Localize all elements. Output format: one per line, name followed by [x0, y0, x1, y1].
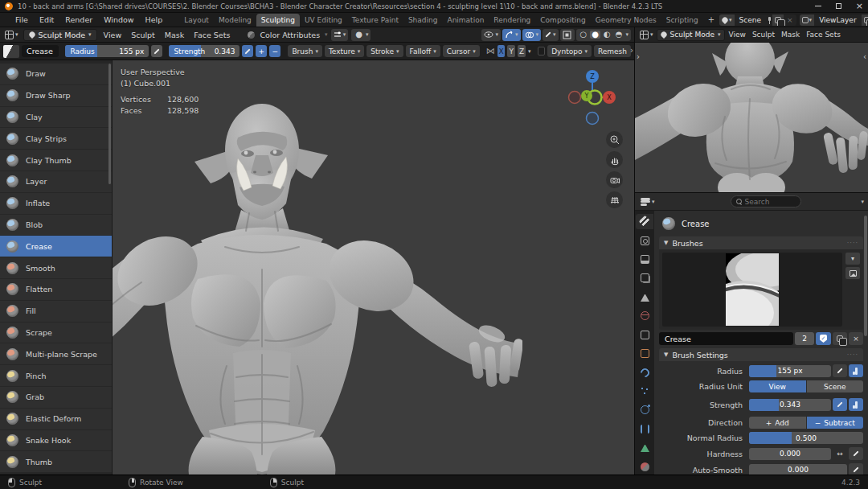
brush-name-field[interactable]: Crease: [659, 332, 793, 345]
scene-selector[interactable]: ▾ Scene ×: [719, 14, 796, 26]
sidebar-toggle-arrow[interactable]: ‹: [863, 52, 866, 61]
falloff-dropdown[interactable]: Falloff▾: [406, 45, 440, 57]
brush-grab[interactable]: Grab: [0, 387, 112, 409]
panel-grip-icon[interactable]: ····: [847, 240, 858, 247]
xray-toggle[interactable]: [560, 29, 575, 41]
direction-subtract-button[interactable]: −: [269, 45, 280, 57]
add-workspace-button[interactable]: +: [703, 14, 719, 27]
properties-scrollbar[interactable]: [864, 216, 867, 336]
texture-dropdown[interactable]: Texture▾: [325, 45, 364, 57]
asset-display-icon[interactable]: [845, 267, 860, 279]
mode-selector[interactable]: Sculpt Mode▾: [23, 29, 97, 41]
tab-uv-editing[interactable]: UV Editing: [300, 14, 347, 27]
auto-smooth-slider[interactable]: 0.000: [749, 464, 847, 475]
shading-material-button[interactable]: ◐: [602, 31, 612, 39]
radius-unit-view-button[interactable]: View: [749, 380, 806, 392]
viewlayer-name[interactable]: ViewLayer: [814, 16, 861, 24]
gizmos-toggle[interactable]: ▾: [502, 29, 521, 41]
shading-dropdown[interactable]: ▾: [625, 31, 628, 38]
brush-multiplane-scrape[interactable]: Multi-plane Scrape: [0, 343, 112, 365]
tab-modifiers[interactable]: [636, 364, 653, 380]
radius-pressure-button[interactable]: [151, 45, 162, 57]
zoom-button[interactable]: [606, 131, 623, 148]
unlink-brush-button[interactable]: ×: [849, 332, 863, 345]
radius-slider[interactable]: 155 px: [749, 365, 831, 377]
tab-compositing[interactable]: Compositing: [535, 14, 590, 27]
brush-draw[interactable]: Draw: [0, 64, 112, 85]
camera-view-button[interactable]: [606, 171, 623, 188]
minimize-button[interactable]: [815, 6, 821, 6]
strength-pressure-button[interactable]: [833, 398, 847, 411]
brush-preview-button[interactable]: [3, 45, 19, 58]
normal-radius-slider[interactable]: 0.500: [749, 432, 863, 444]
tab-object-data[interactable]: [636, 440, 653, 455]
tab-sculpting[interactable]: Sculpting: [256, 14, 300, 27]
hardness-invert-button[interactable]: ↔: [833, 447, 847, 460]
menu-sculpt[interactable]: Sculpt: [750, 31, 777, 39]
dyntopo-checkbox[interactable]: [538, 47, 545, 55]
auto-smooth-pressure-button[interactable]: [849, 463, 863, 475]
unlink-scene-icon[interactable]: ×: [784, 16, 796, 24]
tab-texture-paint[interactable]: Texture Paint: [347, 14, 403, 27]
tab-output[interactable]: [636, 252, 653, 267]
cursor-dropdown[interactable]: Cursor▾: [443, 45, 480, 57]
shading-rendered-button[interactable]: ◓: [614, 31, 624, 39]
grease-pencil-dropdown[interactable]: ●▾: [351, 29, 371, 41]
tab-particles[interactable]: [636, 384, 653, 399]
toolbar-scrollbar[interactable]: [108, 64, 111, 184]
pan-hand-button[interactable]: [606, 151, 623, 168]
brush-draw-sharp[interactable]: Draw Sharp: [0, 85, 112, 107]
menu-help[interactable]: Help: [140, 13, 169, 27]
secondary-3d-viewport[interactable]: › ‹: [635, 43, 868, 193]
fake-user-shield-button[interactable]: ✓: [816, 332, 831, 345]
brush-clay-thumb[interactable]: Clay Thumb: [0, 150, 112, 171]
tab-geometry-nodes[interactable]: Geometry Nodes: [591, 14, 661, 27]
radius-tablet-button[interactable]: [849, 364, 863, 377]
menu-view[interactable]: View: [100, 31, 125, 39]
brush-snake-hook[interactable]: Snake Hook: [0, 430, 112, 452]
brushes-panel-header[interactable]: ▼ Brushes ····: [659, 236, 863, 249]
tab-object[interactable]: [636, 346, 653, 361]
radius-unit-scene-button[interactable]: Scene: [807, 380, 864, 392]
brush-flatten[interactable]: Flatten: [0, 279, 112, 301]
main-3d-viewport[interactable]: User Perspective (1) Cube.001 Vertices12…: [0, 60, 634, 475]
sculpt-model-back[interactable]: [635, 43, 868, 193]
shading-wireframe-button[interactable]: ○: [579, 31, 589, 39]
asset-view-dropdown[interactable]: ▾: [845, 253, 860, 265]
show-gizmo-dropdown[interactable]: ▾: [481, 29, 501, 41]
mode-selector[interactable]: Sculpt Mode▾: [657, 29, 725, 41]
direction-add-button[interactable]: +Add: [749, 417, 806, 429]
tab-scene[interactable]: [636, 290, 653, 305]
color-attributes-dropdown[interactable]: Color Attributes▾: [248, 31, 327, 39]
menu-edit[interactable]: Edit: [34, 13, 59, 27]
brush-clay-strips[interactable]: Clay Strips: [0, 128, 112, 150]
brush-scrape[interactable]: Scrape: [0, 323, 112, 344]
panel-grip-icon[interactable]: ····: [847, 351, 858, 359]
stroke-dropdown[interactable]: Stroke▾: [366, 45, 403, 57]
radius-pressure-button[interactable]: [833, 364, 847, 377]
scene-name[interactable]: Scene: [735, 16, 766, 24]
symmetry-x-button[interactable]: X: [497, 45, 506, 57]
navigation-gizmo[interactable]: Y Z X: [567, 67, 618, 134]
menu-face-sets[interactable]: Face Sets: [804, 31, 843, 39]
tab-scripting[interactable]: Scripting: [661, 14, 703, 27]
properties-search[interactable]: [731, 195, 801, 208]
dyntopo-dropdown[interactable]: Dyntopo▾: [547, 45, 592, 57]
close-button[interactable]: ×: [856, 3, 863, 10]
tab-physics[interactable]: [636, 402, 653, 417]
menu-mask[interactable]: Mask: [779, 31, 802, 39]
radius-slider[interactable]: Radius155 px: [65, 45, 149, 57]
brush-asset-view[interactable]: [662, 253, 842, 327]
tab-layout[interactable]: Layout: [179, 14, 214, 27]
brush-inflate[interactable]: Inflate: [0, 193, 112, 215]
header-overflow-arrow[interactable]: ›: [630, 46, 633, 55]
search-input[interactable]: [745, 198, 792, 206]
menu-file[interactable]: File: [10, 13, 34, 27]
brush-name-field[interactable]: Crease: [22, 45, 59, 57]
menu-render[interactable]: Render: [59, 13, 98, 27]
tab-animation[interactable]: Animation: [442, 14, 489, 27]
region-toggle-arrow[interactable]: ›: [637, 52, 640, 61]
tool-settings-dropdown[interactable]: ▾: [331, 29, 349, 41]
editor-type-button[interactable]: ▾: [3, 31, 20, 39]
symmetry-y-button[interactable]: Y: [507, 45, 515, 57]
